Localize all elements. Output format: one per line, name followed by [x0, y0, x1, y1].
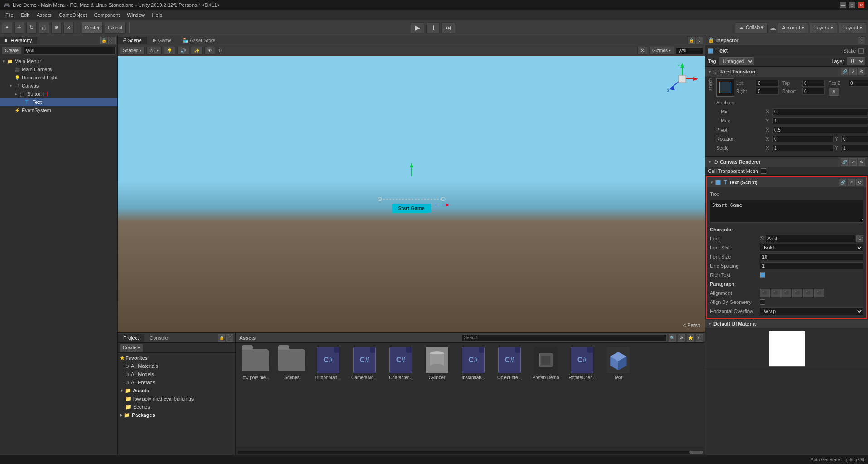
- align-center-top[interactable]: ⬛: [771, 289, 781, 297]
- tool-transform[interactable]: ✕: [63, 22, 74, 34]
- asset-character[interactable]: C# Character...: [384, 347, 417, 380]
- minimize-button[interactable]: —: [840, 2, 846, 8]
- font-select-btn[interactable]: ⊙: [856, 235, 863, 242]
- play-button[interactable]: ▶: [411, 22, 424, 33]
- align-right-mid[interactable]: ⬛: [814, 289, 824, 297]
- asset-text[interactable]: Text: [602, 347, 635, 380]
- project-item-favorites[interactable]: ⭐Favorites: [118, 354, 235, 362]
- asset-objectinte[interactable]: C# ObjectInte...: [493, 347, 526, 380]
- shading-dropdown[interactable]: Shaded: [120, 47, 145, 55]
- tool-rect[interactable]: ⊕: [51, 22, 62, 34]
- inspector-menu-btn[interactable]: ⋮: [858, 37, 865, 44]
- scene-menu-btn[interactable]: ⋮: [696, 37, 703, 44]
- assets-star-btn[interactable]: ⭐: [687, 334, 694, 342]
- r-button[interactable]: R: [829, 88, 839, 96]
- canvas-menu-btn[interactable]: ⚙: [858, 158, 865, 166]
- tree-item-button[interactable]: ▶ ⬚ Button: [0, 90, 117, 98]
- project-item-lowpoly[interactable]: 📁low poly medieval buildings: [118, 395, 235, 403]
- asset-prefab-demo[interactable]: Prefab Demo: [529, 347, 562, 380]
- hierarchy-menu-btn[interactable]: ⋮: [108, 37, 116, 44]
- text-enabled-checkbox[interactable]: [715, 180, 721, 185]
- layer-dropdown[interactable]: UI: [847, 57, 865, 65]
- menu-assets[interactable]: Assets: [33, 11, 55, 19]
- scene-tab-asset-store[interactable]: 🏪 Asset Store: [177, 37, 221, 44]
- menu-file[interactable]: File: [2, 11, 17, 19]
- rect-layout-btn[interactable]: ↗: [849, 68, 857, 75]
- default-material-header[interactable]: ▼ Default UI Material: [705, 320, 868, 328]
- left-input[interactable]: [756, 80, 779, 87]
- align-by-geo-checkbox[interactable]: [760, 299, 765, 305]
- text-content-field[interactable]: Start Game: [710, 200, 863, 223]
- scale-y[interactable]: [841, 145, 868, 151]
- scene-light-btn[interactable]: 💡: [164, 47, 175, 55]
- hierarchy-lock-btn[interactable]: 🔒: [100, 37, 107, 44]
- rect-transform-header[interactable]: ▼ ⬚ Rect Transform 🔗 ↗ ⚙: [705, 67, 868, 77]
- asset-buttonman[interactable]: C# ButtonMan...: [312, 347, 344, 380]
- font-style-select[interactable]: Bold: [760, 244, 863, 252]
- rot-y[interactable]: [841, 136, 868, 142]
- canvas-link-btn[interactable]: 🔗: [841, 158, 848, 166]
- tree-item-eventsystem[interactable]: ⚡ EventSystem: [0, 106, 117, 114]
- align-left-mid[interactable]: ⬛: [792, 289, 802, 297]
- scene-search[interactable]: [676, 47, 703, 54]
- assets-search-input[interactable]: [462, 334, 667, 342]
- asset-rotatechar[interactable]: C# RotateChar...: [566, 347, 598, 380]
- canvas-layout-btn[interactable]: ↗: [849, 158, 857, 166]
- scene-view[interactable]: Y X Z < Persp Start Game: [118, 56, 705, 332]
- menu-window[interactable]: Window: [123, 11, 148, 19]
- asset-cameramo[interactable]: C# CameraMo...: [348, 347, 381, 380]
- scale-x[interactable]: [772, 145, 834, 151]
- tool-move[interactable]: ✛: [14, 22, 24, 34]
- rich-text-checkbox[interactable]: [760, 272, 765, 278]
- asset-scenes[interactable]: Scenes: [276, 347, 308, 380]
- tool-hand[interactable]: ✦: [2, 22, 12, 34]
- bottom-input[interactable]: [802, 88, 825, 95]
- tree-item-canvas[interactable]: ▼ ⬚ Canvas: [0, 82, 117, 90]
- asset-cylinder[interactable]: Cylinder: [421, 347, 453, 380]
- scene-sound-btn[interactable]: 🔊: [177, 47, 189, 55]
- 2d-button[interactable]: 2D: [146, 47, 162, 55]
- tree-item-maincamera[interactable]: 🎥 Main Camera: [0, 65, 117, 73]
- account-dropdown[interactable]: Account: [778, 22, 808, 33]
- right-input[interactable]: [756, 88, 779, 95]
- global-button[interactable]: Global: [105, 22, 126, 34]
- project-item-all-materials[interactable]: ⊙All Materials: [118, 362, 235, 370]
- project-tab[interactable]: Project: [118, 334, 144, 342]
- project-menu-btn[interactable]: ⋮: [226, 334, 233, 342]
- step-button[interactable]: ⏭: [441, 22, 455, 33]
- tag-dropdown[interactable]: Untagged: [719, 57, 754, 65]
- rect-menu-btn[interactable]: ⚙: [858, 68, 865, 75]
- project-item-all-prefabs[interactable]: ⊙All Prefabs: [118, 378, 235, 386]
- text-script-header[interactable]: ▼ T Text (Script) 🔗 ↗ ⚙: [707, 177, 866, 187]
- scene-hidden-btn[interactable]: 👁: [204, 47, 215, 55]
- layers-dropdown[interactable]: Layers: [810, 22, 837, 33]
- rot-x[interactable]: [772, 136, 834, 142]
- object-enabled-checkbox[interactable]: [708, 48, 713, 54]
- hierarchy-tab[interactable]: ≡ Hierarchy: [0, 37, 37, 44]
- close-button[interactable]: ✕: [858, 2, 864, 8]
- project-item-packages[interactable]: ▶ 📁Packages: [118, 411, 235, 419]
- pivot-x[interactable]: [772, 127, 868, 133]
- menu-gameobject[interactable]: GameObject: [55, 11, 91, 19]
- menu-component[interactable]: Component: [90, 11, 123, 19]
- text-menu-btn[interactable]: ⚙: [856, 179, 863, 186]
- project-item-scenes[interactable]: 📁Scenes: [118, 403, 235, 411]
- menu-edit[interactable]: Edit: [17, 11, 33, 19]
- tool-rotate[interactable]: ↻: [26, 22, 37, 34]
- maximize-button[interactable]: □: [849, 2, 855, 8]
- posz-input[interactable]: [849, 80, 868, 87]
- anchor-min-x[interactable]: [772, 108, 868, 115]
- hierarchy-create-btn[interactable]: Create: [2, 47, 22, 55]
- tree-item-mainmenu[interactable]: ▼ 📁 Main Menu*: [0, 57, 117, 65]
- menu-help[interactable]: Help: [148, 11, 166, 19]
- cull-checkbox[interactable]: [761, 168, 766, 174]
- project-item-assets[interactable]: ▼ 📁Assets: [118, 386, 235, 395]
- scene-tab-scene[interactable]: # Scene: [118, 37, 147, 44]
- text-link-btn[interactable]: 🔗: [839, 179, 846, 186]
- scene-fx-btn[interactable]: ✨: [191, 47, 203, 55]
- project-item-all-models[interactable]: ⊙All Models: [118, 370, 235, 378]
- assets-filter-btn[interactable]: ⚙: [678, 334, 685, 342]
- asset-instantiati[interactable]: C# Instantiati...: [457, 347, 490, 380]
- assets-scrollbar[interactable]: [236, 449, 705, 455]
- anchor-max-x[interactable]: [772, 117, 868, 124]
